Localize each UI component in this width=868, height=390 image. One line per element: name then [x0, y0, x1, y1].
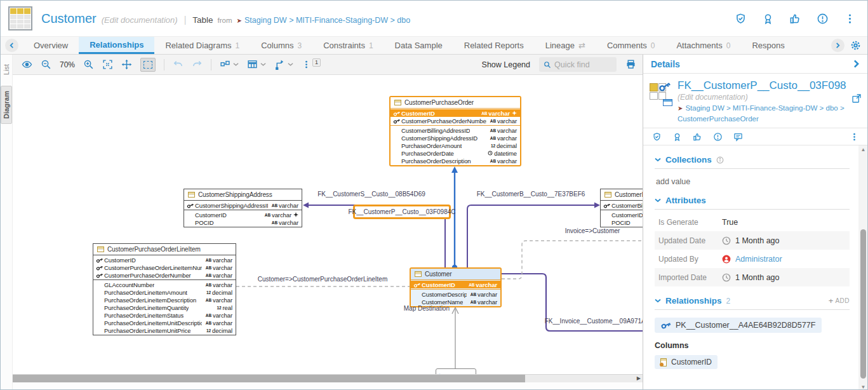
diagram-table-customer[interactable]: CustomerCustomerIDABvarcharCustomerDescr…: [410, 267, 502, 307]
column-row-customerpurchaseordernumber[interactable]: CustomerPurchaseOrderNumberABvarchar: [391, 117, 520, 124]
relationships-section-header[interactable]: Relationships 2 +ADD: [655, 296, 850, 310]
diagram-table-customerpurchaseorderlineitem[interactable]: CustomerPurchaseOrderLineItemCustomerIDA…: [93, 243, 236, 335]
column-row-purchaseorderlineitemquantity[interactable]: PurchaseOrderLineItemQuantity12real: [93, 304, 236, 311]
relationship-column-chip[interactable]: CustomerID: [655, 355, 718, 369]
column-row-customerpurchaseorderlineitemnumber[interactable]: CustomerPurchaseOrderLineItemNumberABvar…: [93, 264, 236, 271]
like-icon[interactable]: [789, 13, 801, 25]
verified-shield-icon[interactable]: [652, 132, 662, 142]
tab-related-diagrams[interactable]: Related Diagrams1: [154, 37, 250, 54]
collections-add-value[interactable]: add value: [656, 177, 850, 186]
column-row-customerpurchaseordernumber[interactable]: CustomerPurchaseOrderNumberABvarchar: [93, 271, 236, 279]
issue-alert-icon[interactable]: [817, 13, 829, 25]
scroll-up-arrow[interactable]: ▲: [858, 147, 868, 152]
print-icon[interactable]: [625, 59, 636, 70]
diagram-canvas[interactable]: FK__CustomerS__Custo__08B54D69FK__Custom…: [13, 75, 643, 374]
selection-mode-button[interactable]: [140, 58, 156, 72]
info-icon[interactable]: [716, 156, 724, 164]
column-row-customerid[interactable]: CustomerID: [601, 211, 643, 219]
attribute-value[interactable]: Administrator: [722, 255, 782, 264]
relationship-style-menu[interactable]: [274, 59, 293, 70]
undo-icon[interactable]: [173, 59, 184, 70]
column-row-customerid[interactable]: CustomerIDABvarchar: [93, 256, 236, 264]
relationship-label-customer-customerpurchaseorder[interactable]: Customer=>CustomerPurchaseOrderLineItem: [258, 276, 388, 283]
entity-breadcrumb[interactable]: ➤Staging DW > MITI-Finance-Staging-DW > …: [678, 103, 846, 124]
endorsement-award-icon[interactable]: [672, 132, 682, 142]
collapse-panel-chevron-icon[interactable]: [852, 60, 860, 68]
column-row-purchaseorderlineitemstatus[interactable]: PurchaseOrderLineItemStatusABvarchar: [93, 311, 236, 319]
table-header[interactable]: CustomerShippingAddress: [184, 189, 302, 201]
tab-data-sample[interactable]: Data Sample: [384, 37, 453, 54]
column-row-customerbilli[interactable]: CustomerBilli: [601, 201, 643, 209]
tabs-settings-gear-icon[interactable]: [849, 40, 867, 51]
tab-overview[interactable]: Overview: [23, 37, 79, 54]
edit-documentation-link[interactable]: (Edit documentation): [102, 15, 178, 25]
attributes-section-header[interactable]: Attributes: [655, 196, 850, 210]
entity-edit-documentation-link[interactable]: (Edit documentation): [678, 93, 846, 102]
pan-move-icon[interactable]: [121, 59, 132, 70]
auto-layout-menu[interactable]: [220, 59, 239, 70]
diagram-more-menu[interactable]: 1: [302, 60, 321, 69]
table-header[interactable]: CustomerBill: [601, 189, 643, 201]
like-icon[interactable]: [693, 132, 702, 142]
column-row-purchaseorderdate[interactable]: PurchaseOrderDatedatetime: [391, 149, 520, 157]
scrollbar-thumb[interactable]: [860, 229, 866, 379]
column-row-pocid[interactable]: POCIDABvarchar: [184, 219, 302, 226]
relationship-label-map-destination[interactable]: Map Destination: [404, 305, 450, 312]
side-tab-list[interactable]: List: [1, 60, 11, 79]
breadcrumb[interactable]: Staging DW > MITI-Finance-Staging-DW > d…: [244, 16, 410, 25]
column-row-purchaseorderlineitemunitprice[interactable]: PurchaseOrderLineItemUnitPrice12decimal: [93, 326, 236, 334]
show-legend-button[interactable]: Show Legend: [482, 60, 530, 69]
fit-to-screen-icon[interactable]: [102, 59, 113, 70]
table-header[interactable]: CustomerPurchaseOrderLineItem: [93, 244, 236, 255]
more-menu-icon[interactable]: [850, 132, 859, 142]
quick-find-input[interactable]: [554, 60, 608, 69]
column-row-customershippingaddressid[interactable]: CustomerShippingAddressIDABvarchar: [184, 201, 302, 209]
add-relationship-button[interactable]: +ADD: [829, 296, 850, 306]
relationship-pk-chip[interactable]: PK__Customer__A4AE64B92D8D577F: [655, 318, 822, 333]
open-in-new-icon[interactable]: [851, 93, 862, 104]
tabs-scroll-left-button[interactable]: [5, 39, 18, 52]
column-row-purchaseorderlineitemdescription[interactable]: PurchaseOrderLineItemDescriptionABvarcha…: [93, 296, 236, 304]
mapping-node-customer[interactable]: Customer: [436, 368, 476, 374]
collections-section-header[interactable]: Collections: [655, 155, 850, 169]
column-row-purchaseorderlineitemamount[interactable]: PurchaseOrderLineItemAmount12decimal: [93, 288, 236, 296]
tab-respons[interactable]: Respons: [741, 37, 795, 54]
diagram-horizontal-scrollbar[interactable]: ▶: [13, 374, 643, 382]
column-row-customershippingaddressid[interactable]: CustomerShippingAddressIDABvarchar: [391, 134, 520, 142]
tab-related-reports[interactable]: Related Reports: [453, 37, 535, 54]
tab-attachments[interactable]: Attachments0: [665, 37, 741, 54]
column-row-purchaseorderdescription[interactable]: PurchaseOrderDescriptionABvarchar: [391, 157, 520, 165]
relationship-label-fk-invoice-custome-09a971a2[interactable]: FK__Invoice__Custome__09A971A2: [545, 318, 643, 325]
details-vertical-scrollbar[interactable]: ▲ ▼: [858, 145, 868, 390]
visibility-eye-icon[interactable]: [22, 59, 32, 70]
zoom-out-icon[interactable]: [41, 59, 51, 70]
column-row-customerid[interactable]: CustomerIDABvarchar: [391, 109, 520, 117]
tab-lineage[interactable]: Lineage⇄: [535, 37, 596, 54]
redo-icon[interactable]: [192, 59, 203, 70]
column-row-customerbillingaddressid[interactable]: CustomerBillingAddressIDABvarchar: [391, 126, 520, 134]
column-row-customerid[interactable]: CustomerIDABvarchar: [411, 281, 500, 288]
tab-comments[interactable]: Comments0: [596, 37, 666, 54]
column-row-pocid[interactable]: POCID: [601, 219, 643, 226]
column-row-customerid[interactable]: CustomerIDABvarchar: [184, 211, 302, 219]
table-header[interactable]: Customer: [411, 269, 500, 280]
verified-shield-icon[interactable]: [735, 13, 747, 25]
comment-icon[interactable]: [733, 132, 743, 142]
selected-relationship-label[interactable]: FK__CustomerP__Custo__03F0984C: [353, 205, 451, 219]
column-row-purchaseorderamount[interactable]: PurchaseOrderAmount12decimal: [391, 142, 520, 149]
more-menu-icon[interactable]: [844, 13, 856, 25]
tab-columns[interactable]: Columns3: [250, 37, 312, 54]
table-header[interactable]: CustomerPurchaseOrder: [391, 97, 520, 109]
tabs-scroll-right-button[interactable]: [831, 39, 845, 52]
diagram-table-customerpurchaseorder[interactable]: CustomerPurchaseOrderCustomerIDABvarchar…: [389, 96, 521, 166]
zoom-in-icon[interactable]: [83, 59, 94, 70]
tab-constraints[interactable]: Constraints1: [312, 37, 384, 54]
endorsement-award-icon[interactable]: [762, 13, 774, 25]
side-tab-diagram[interactable]: Diagram: [1, 86, 12, 124]
scroll-right-arrow[interactable]: ▶: [637, 375, 641, 382]
column-row-glaccountnumber[interactable]: GLAccountNumberABvarchar: [93, 281, 236, 288]
relationship-label-fk-customerb-custo-7e37bef6[interactable]: FK__CustomerB__Custo__7E37BEF6: [477, 191, 585, 198]
diagram-table-customershippingaddress[interactable]: CustomerShippingAddressCustomerShippingA…: [184, 189, 302, 227]
scrollbar-thumb[interactable]: [13, 375, 525, 382]
scroll-down-arrow[interactable]: ▼: [858, 384, 868, 390]
